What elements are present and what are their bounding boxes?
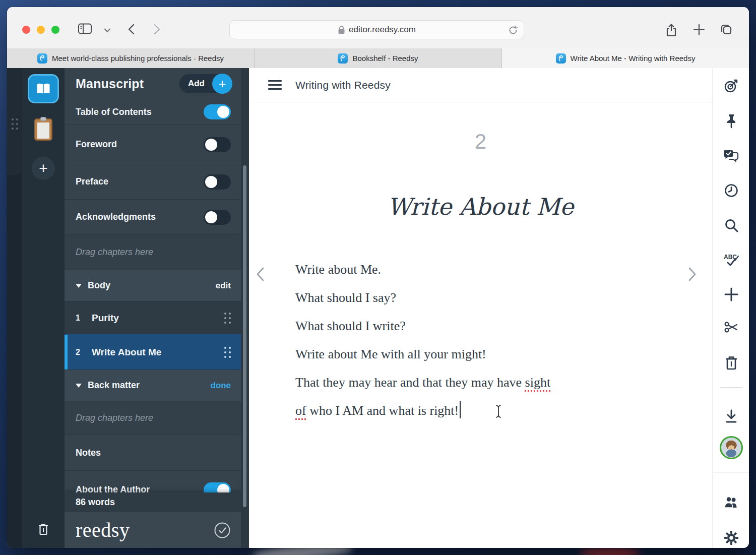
comments-icon[interactable] <box>724 148 739 163</box>
toc-toggle[interactable] <box>204 104 231 119</box>
acknowledgments-row[interactable]: Acknowledgments <box>65 199 241 234</box>
tab-label: Write About Me - Writing with Reedsy <box>571 54 696 63</box>
acknowledgments-toggle[interactable] <box>204 210 231 225</box>
drag-handle[interactable] <box>224 347 231 358</box>
collaborators-icon[interactable] <box>724 495 739 510</box>
text-line[interactable]: Write about Me. <box>295 256 688 284</box>
drag-chapters-dropzone[interactable]: Drag chapters here <box>65 401 241 435</box>
browser-window: editor.reedsy.com Meet world-class publ <box>7 7 749 548</box>
url-text: editor.reedsy.com <box>349 25 416 35</box>
minimize-window-button[interactable] <box>37 26 45 34</box>
drag-chapters-dropzone[interactable]: Drag chapters here <box>65 234 241 270</box>
close-window-button[interactable] <box>22 26 30 34</box>
toc-row: Table of Contents <box>65 99 241 125</box>
new-tab-icon[interactable] <box>694 24 705 35</box>
lock-icon <box>338 25 345 34</box>
text-cursor <box>460 401 461 418</box>
drag-handle[interactable] <box>224 313 231 324</box>
chapter-text[interactable]: Write about Me. What should I say? What … <box>295 256 688 425</box>
notes-board-button[interactable] <box>34 118 52 141</box>
avatar[interactable] <box>720 436 743 459</box>
reedsy-footer: reedsy <box>65 512 241 548</box>
next-chapter-button[interactable] <box>688 267 697 282</box>
sidebar-toggle-icon[interactable] <box>78 23 93 34</box>
reedsy-favicon <box>556 53 566 64</box>
tab-label: Bookshelf - Reedsy <box>352 54 418 63</box>
desktop-flag-red <box>580 547 640 555</box>
reload-icon[interactable] <box>508 25 518 35</box>
spellcheck-icon[interactable]: ABC <box>724 253 739 268</box>
notes-row[interactable]: Notes <box>65 435 241 470</box>
drag-handle[interactable] <box>12 118 18 130</box>
left-icon-rail: + <box>22 68 65 548</box>
tab-overview-icon[interactable] <box>720 24 733 36</box>
writing-goal-icon[interactable] <box>724 79 739 94</box>
chapter-number: 2 <box>249 130 712 154</box>
text-line[interactable]: Write about Me with all your might! <box>295 340 688 368</box>
scrollbar-thumb[interactable] <box>243 165 246 507</box>
saved-check-icon <box>214 522 231 539</box>
preface-toggle[interactable] <box>204 174 231 190</box>
text-line[interactable]: That they may hear and that they may hav… <box>295 368 688 397</box>
window-controls <box>22 26 59 34</box>
zoom-window-button[interactable] <box>51 26 59 34</box>
edit-link[interactable]: edit <box>216 281 231 291</box>
book-title: Writing with Reedsy <box>295 79 391 91</box>
add-board-button[interactable]: + <box>32 157 55 180</box>
word-count-bar: 86 words <box>65 492 241 512</box>
reedsy-favicon <box>37 53 47 64</box>
text-line[interactable]: What should I say? <box>295 284 688 312</box>
prev-chapter-button[interactable] <box>256 267 265 282</box>
pin-icon[interactable] <box>724 113 739 129</box>
settings-icon[interactable] <box>724 530 739 545</box>
forward-icon[interactable] <box>152 23 161 35</box>
trash-icon[interactable] <box>37 523 49 536</box>
tab-write-about-me[interactable]: Write About Me - Writing with Reedsy <box>502 48 749 68</box>
panel-scrollbar[interactable] <box>241 68 249 548</box>
browser-toolbar: editor.reedsy.com <box>7 7 749 48</box>
chapter-row-write-about-me[interactable]: 2 Write About Me <box>65 334 241 369</box>
ibeam-pointer <box>494 404 502 419</box>
manuscript-tab-button[interactable] <box>28 74 59 103</box>
clipboard-icon <box>37 122 49 139</box>
done-link[interactable]: done <box>210 381 231 391</box>
back-icon[interactable] <box>127 23 136 35</box>
chapter-row-purity[interactable]: 1 Purity <box>65 301 241 334</box>
manuscript-panel: Manuscript Add + Table of Contents Forew… <box>65 68 241 548</box>
tab-bookshelf[interactable]: Bookshelf - Reedsy <box>255 48 502 68</box>
collapse-triangle-icon[interactable] <box>76 284 82 288</box>
tab-bar: Meet world-class publishing professional… <box>7 48 749 68</box>
add-chapter-button[interactable]: Add + <box>179 74 231 93</box>
history-icon[interactable] <box>724 183 739 198</box>
panel-title: Manuscript <box>76 77 144 91</box>
tab-publishing-professionals[interactable]: Meet world-class publishing professional… <box>7 48 255 68</box>
toolbar-section-border <box>713 472 749 473</box>
text-line[interactable]: of who I AM and what is right! <box>295 397 688 425</box>
add-element-icon[interactable] <box>724 287 739 302</box>
text-line[interactable]: What should I write? <box>295 312 688 340</box>
chevron-down-icon[interactable] <box>104 28 111 33</box>
foreword-toggle[interactable] <box>204 137 231 152</box>
preface-row[interactable]: Preface <box>65 164 241 199</box>
share-icon[interactable] <box>665 23 677 37</box>
plus-icon: + <box>212 74 232 94</box>
body-section-row[interactable]: Body edit <box>65 270 241 301</box>
back-matter-section-row[interactable]: Back matter done <box>65 369 241 401</box>
address-bar[interactable]: editor.reedsy.com <box>229 20 524 39</box>
foreword-row[interactable]: Foreword <box>65 125 241 164</box>
cut-icon[interactable] <box>724 320 739 335</box>
misspelled-word[interactable]: of <box>295 403 306 418</box>
editor-header: Writing with Reedsy <box>249 68 712 102</box>
tab-label: Meet world-class publishing professional… <box>52 54 224 63</box>
editor-toolbar: ABC <box>712 68 749 548</box>
search-icon[interactable] <box>724 218 739 233</box>
delete-icon[interactable] <box>724 355 739 371</box>
misspelled-word[interactable]: sight <box>525 375 551 390</box>
export-icon[interactable] <box>724 409 739 424</box>
open-book-icon <box>35 82 52 95</box>
chapter-title: Write About Me <box>249 193 712 220</box>
editor-pane[interactable]: Writing with Reedsy 2 Write About Me Wri… <box>249 68 712 548</box>
menu-icon[interactable] <box>268 80 282 90</box>
toolbar-divider <box>720 387 742 388</box>
collapse-triangle-icon[interactable] <box>76 384 82 388</box>
